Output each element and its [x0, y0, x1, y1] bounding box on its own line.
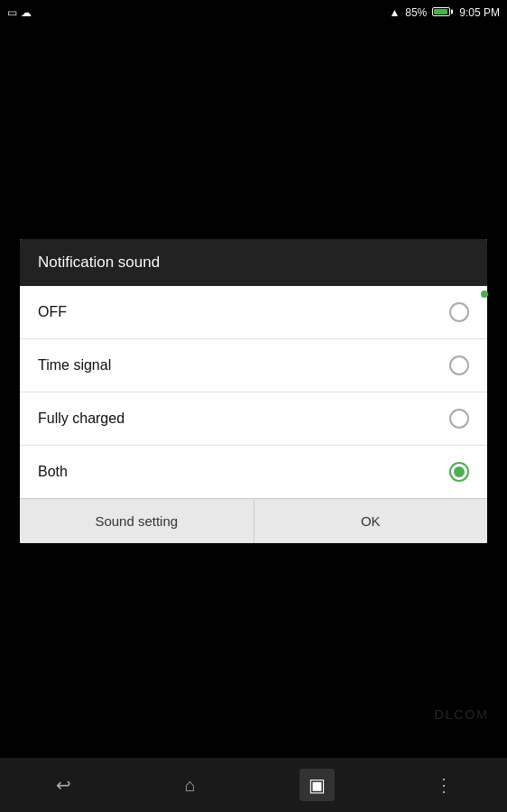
radio-item-both[interactable]: Both — [20, 446, 487, 498]
radio-label-off: OFF — [38, 304, 67, 320]
status-bar: ▭ ☁ ▲ 85% 9:05 PM — [0, 0, 507, 25]
home-icon: ⌂ — [185, 775, 196, 796]
battery-icon — [432, 6, 450, 19]
background-hint: DLCOM — [434, 707, 489, 722]
menu-icon: ⋮ — [435, 774, 453, 796]
radio-label-both: Both — [38, 464, 68, 480]
battery-percent: 85% — [405, 6, 427, 19]
status-bar-left: ▭ ☁ — [7, 6, 32, 19]
back-icon: ↩ — [56, 774, 71, 796]
wifi-icon: ▲ — [389, 6, 400, 19]
dialog-body: OFF Time signal Fully charged Both — [20, 286, 487, 498]
radio-circle-both — [449, 462, 469, 482]
radio-item-time-signal[interactable]: Time signal — [20, 339, 487, 392]
cloud-icon: ☁ — [21, 6, 32, 19]
recents-button[interactable]: ▣ — [290, 762, 344, 807]
status-bar-right: ▲ 85% 9:05 PM — [389, 6, 500, 19]
dialog-buttons: Sound setting OK — [20, 498, 487, 543]
notification-icon: ▭ — [7, 6, 17, 19]
radio-label-fully-charged: Fully charged — [38, 411, 124, 427]
radio-circle-time-signal — [449, 355, 469, 375]
home-button[interactable]: ⌂ — [163, 762, 217, 807]
menu-button[interactable]: ⋮ — [417, 762, 471, 807]
nav-bar: ↩ ⌂ ▣ ⋮ — [0, 758, 507, 812]
ok-button[interactable]: OK — [254, 499, 488, 543]
edge-indicator-dot — [481, 291, 488, 298]
radio-label-time-signal: Time signal — [38, 357, 111, 374]
radio-item-fully-charged[interactable]: Fully charged — [20, 392, 487, 446]
sound-setting-button[interactable]: Sound setting — [20, 499, 254, 543]
radio-circle-fully-charged — [449, 409, 469, 429]
recents-icon: ▣ — [300, 769, 335, 801]
radio-circle-off — [449, 302, 469, 322]
back-button[interactable]: ↩ — [36, 762, 90, 807]
dialog-title: Notification sound — [20, 239, 487, 286]
notification-sound-dialog: Notification sound OFF Time signal Fully… — [20, 239, 487, 543]
radio-item-off[interactable]: OFF — [20, 286, 487, 339]
status-time: 9:05 PM — [459, 6, 500, 19]
